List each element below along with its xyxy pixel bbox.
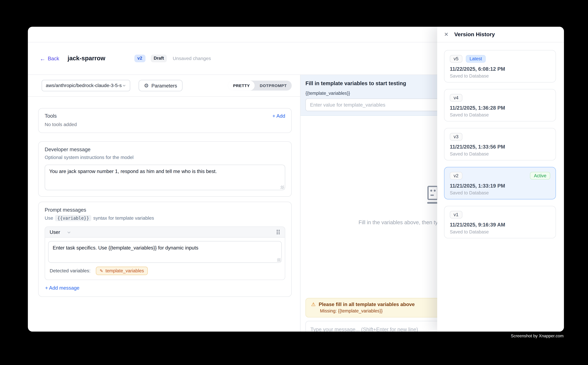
version-badge: v2: [134, 55, 145, 62]
version-date: 11/21/2025, 9:16:39 AM: [450, 222, 550, 228]
chevron-down-icon[interactable]: [67, 230, 71, 234]
version-status: Saved to Database: [450, 151, 550, 157]
app-window: ← Back jack-sparrow v2 Draft Unsaved cha…: [28, 27, 564, 332]
warning-title: Please fill in all template variables ab…: [319, 301, 415, 307]
empty-state-text: Fill in the variables above, then typ: [359, 219, 441, 225]
detected-variables-label: Detected variables:: [49, 268, 90, 274]
role-select[interactable]: User: [49, 229, 60, 235]
template-variable-chip[interactable]: ✎ template_variables: [96, 267, 148, 275]
version-history-header: ✕ Version History: [437, 27, 564, 42]
drag-handle-icon[interactable]: [276, 229, 280, 235]
prompt-messages-card: Prompt messages Use {{variable}} syntax …: [38, 202, 292, 297]
tools-title: Tools: [45, 113, 57, 119]
version-list: v5 Latest 11/22/2025, 6:08:12 PM Saved t…: [437, 42, 564, 239]
back-label: Back: [48, 56, 59, 61]
warning-icon: ⚠: [311, 302, 316, 307]
model-select[interactable]: aws/anthropic/bedrock-claude-3-5-s...: [42, 80, 130, 91]
active-badge: Active: [530, 172, 550, 180]
developer-message-subtitle: Optional system instructions for the mod…: [45, 155, 285, 160]
variable-syntax-chip: {{variable}}: [55, 215, 91, 221]
prompt-messages-hint: Use {{variable}} syntax for template var…: [45, 215, 285, 221]
add-tool-button[interactable]: + Add: [272, 113, 285, 119]
watermark-text: Screenshot by Xnapper.com: [511, 333, 564, 338]
hint-suffix: syntax for template variables: [93, 215, 154, 221]
pencil-icon: ✎: [100, 269, 103, 273]
developer-message-textarea[interactable]: You are jack sparrow number 1, respond a…: [45, 165, 285, 190]
version-date: 11/21/2025, 1:36:28 PM: [450, 105, 550, 111]
version-label: v3: [450, 133, 462, 140]
version-status: Saved to Database: [450, 190, 550, 196]
chevron-down-icon: [122, 84, 126, 88]
prompt-messages-title: Prompt messages: [45, 207, 285, 213]
user-message-textarea[interactable]: Enter task specifics. Use {{template_var…: [48, 241, 282, 263]
prompt-editor-pane: aws/anthropic/bedrock-claude-3-5-s... ⚙ …: [28, 75, 300, 332]
developer-message-card: Developer message Optional system instru…: [38, 141, 292, 197]
page-title: jack-sparrow: [68, 55, 105, 62]
hint-prefix: Use: [45, 215, 53, 221]
version-label: v2: [450, 172, 462, 180]
version-card-v5[interactable]: v5 Latest 11/22/2025, 6:08:12 PM Saved t…: [444, 50, 556, 83]
version-status: Saved to Database: [450, 112, 550, 118]
toggle-dotprompt[interactable]: DOTPROMPT: [255, 81, 292, 91]
view-mode-toggle: PRETTY DOTPROMPT: [228, 81, 292, 91]
version-status: Saved to Database: [450, 73, 550, 79]
tools-empty-text: No tools added: [45, 122, 285, 127]
parameters-label: Parameters: [152, 83, 177, 89]
version-date: 11/21/2025, 1:33:56 PM: [450, 144, 550, 150]
close-icon[interactable]: ✕: [444, 32, 449, 37]
version-card-v4[interactable]: v4 11/21/2025, 1:36:28 PM Saved to Datab…: [444, 89, 556, 121]
latest-badge: Latest: [466, 55, 486, 63]
version-card-v3[interactable]: v3 11/21/2025, 1:33:56 PM Saved to Datab…: [444, 128, 556, 161]
gear-icon: ⚙: [144, 83, 149, 88]
version-label: v4: [450, 94, 462, 102]
model-toolbar: aws/anthropic/bedrock-claude-3-5-s... ⚙ …: [28, 75, 300, 97]
message-block: User: [45, 226, 285, 280]
message-body: Enter task specifics. Use {{template_var…: [45, 238, 285, 263]
version-label: v1: [450, 211, 462, 218]
message-header: User: [45, 227, 285, 238]
model-select-value: aws/anthropic/bedrock-claude-3-5-s...: [46, 83, 122, 88]
version-history-title: Version History: [454, 31, 495, 37]
template-variable-name: template_variables: [105, 268, 144, 274]
developer-message-title: Developer message: [45, 147, 285, 152]
version-card-v1[interactable]: v1 11/21/2025, 9:16:39 AM Saved to Datab…: [444, 206, 556, 239]
version-date: 11/22/2025, 6:08:12 PM: [450, 66, 550, 72]
version-date: 11/21/2025, 1:33:19 PM: [450, 183, 550, 189]
toggle-pretty[interactable]: PRETTY: [228, 81, 255, 91]
version-history-panel: ✕ Version History v5 Latest 11/22/2025, …: [437, 27, 564, 332]
draft-badge: Draft: [151, 55, 167, 62]
version-label: v5: [450, 55, 462, 63]
screenshot-stage: ← Back jack-sparrow v2 Draft Unsaved cha…: [0, 0, 588, 365]
add-message-button[interactable]: + Add message: [45, 285, 79, 291]
unsaved-changes-text: Unsaved changes: [173, 56, 211, 61]
parameters-button[interactable]: ⚙ Parameters: [138, 80, 182, 91]
tools-card: Tools + Add No tools added: [38, 108, 292, 133]
version-card-v2-active[interactable]: v2 Active 11/21/2025, 1:33:19 PM Saved t…: [444, 167, 556, 199]
back-button[interactable]: ← Back: [40, 56, 59, 61]
back-arrow-icon: ←: [40, 56, 45, 61]
editor-cards: Tools + Add No tools added Developer mes…: [28, 97, 300, 297]
detected-variables-row: Detected variables: ✎ template_variables: [45, 263, 285, 280]
version-status: Saved to Database: [450, 229, 550, 234]
